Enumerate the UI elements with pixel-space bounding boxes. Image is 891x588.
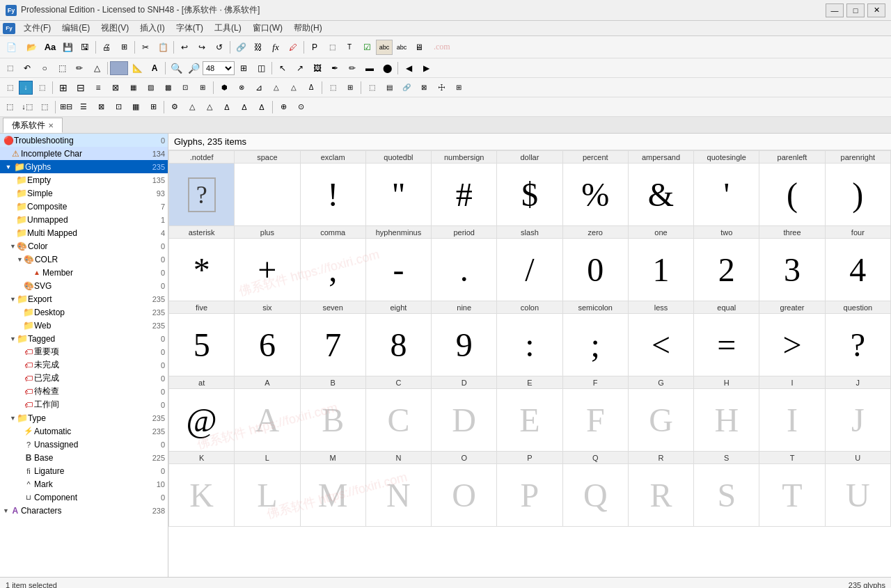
tb-r2-A[interactable]: A bbox=[146, 61, 163, 76]
tb-r3-b13[interactable]: ⊞ bbox=[342, 80, 358, 95]
tb-r3-b4[interactable]: ⊡ bbox=[177, 80, 194, 95]
glyph-cell-T[interactable]: T bbox=[759, 464, 825, 527]
menu-file[interactable]: 文件(F) bbox=[18, 21, 56, 35]
tb-r4-4[interactable]: ⊞⊟ bbox=[58, 100, 74, 115]
glyph-cell-space[interactable] bbox=[235, 164, 300, 226]
tb-r3-b19[interactable]: ⊞ bbox=[450, 80, 467, 95]
tb-abc[interactable]: abc bbox=[376, 40, 393, 55]
tb-r3-b5[interactable]: ⊞ bbox=[194, 80, 211, 95]
sidebar-item-composite[interactable]: 📁 Composite 7 bbox=[0, 200, 168, 213]
tb-fit[interactable]: ◫ bbox=[253, 61, 269, 76]
tb-prev[interactable]: ◀ bbox=[400, 61, 417, 76]
glyph-cell-hyphen[interactable]: - bbox=[365, 239, 431, 301]
tb-copy[interactable]: 📋 bbox=[155, 40, 171, 55]
tb-r4-7[interactable]: ⊡ bbox=[110, 100, 127, 115]
tb-r3-b3[interactable]: ▩ bbox=[159, 80, 176, 95]
tb-ellipse[interactable]: ⬤ bbox=[379, 61, 395, 76]
glyph-cell-four[interactable]: 4 bbox=[825, 239, 890, 301]
glyph-cell-asterisk[interactable]: * bbox=[169, 239, 235, 301]
sidebar-item-web[interactable]: 📁 Web 235 bbox=[0, 319, 168, 332]
glyph-cell-P[interactable]: P bbox=[497, 464, 562, 527]
tb-r3-b14[interactable]: ⬚ bbox=[363, 80, 380, 95]
tb-fitall[interactable]: ⊞ bbox=[235, 61, 252, 76]
sidebar-item-unmapped[interactable]: 📁 Unmapped 1 bbox=[0, 213, 168, 226]
tb-r4-2[interactable]: ↓⬚ bbox=[19, 100, 36, 115]
zoom-select[interactable]: 24 36 48 64 72 96 bbox=[203, 61, 235, 75]
tb-rect[interactable]: ▬ bbox=[361, 61, 378, 76]
glyph-grid[interactable]: .notdef space exclam quotedbl numbersign… bbox=[168, 150, 891, 577]
tb-new[interactable]: 📄 bbox=[1, 40, 21, 55]
tb-r4-10[interactable]: ⚙ bbox=[166, 100, 183, 115]
glyph-cell-equal[interactable]: = bbox=[694, 314, 759, 376]
glyph-cell-semicolon[interactable]: ; bbox=[562, 314, 628, 376]
tb-r3-b16[interactable]: 🔗 bbox=[398, 80, 415, 95]
tb-r4-11[interactable]: △ bbox=[184, 100, 200, 115]
sidebar-item-unassigned[interactable]: ? Unassigned 0 bbox=[0, 438, 168, 451]
menu-view[interactable]: 视图(V) bbox=[95, 21, 134, 35]
tb-r4-9[interactable]: ⊞ bbox=[145, 100, 161, 115]
glyph-cell-H[interactable]: H bbox=[694, 389, 759, 452]
tb-r3-b7[interactable]: ⊗ bbox=[233, 80, 250, 95]
tb-print[interactable]: 🖨 bbox=[98, 40, 115, 55]
glyph-cell-parenleft[interactable]: ( bbox=[759, 164, 825, 226]
tb-r3-b9[interactable]: △ bbox=[268, 80, 285, 95]
sidebar-item-simple[interactable]: 📁 Simple 93 bbox=[0, 186, 168, 200]
tb-r3-b17[interactable]: ⊠ bbox=[416, 80, 432, 95]
tb-r4-8[interactable]: ▦ bbox=[127, 100, 144, 115]
tb-pen2[interactable]: ✏ bbox=[344, 61, 361, 76]
tb-r2-4[interactable]: ⬚ bbox=[54, 61, 70, 76]
tb-save[interactable]: 💾 bbox=[59, 40, 76, 55]
sidebar-item-ligature[interactable]: fi Ligature 0 bbox=[0, 464, 168, 477]
tb-r3-b2[interactable]: ▨ bbox=[142, 80, 159, 95]
tb-r3-cols[interactable]: ⊠ bbox=[107, 80, 124, 95]
tb-r4-12[interactable]: △ bbox=[201, 100, 218, 115]
sidebar-item-tag2[interactable]: 🏷 未完成 0 bbox=[0, 358, 168, 372]
glyph-cell-notdef[interactable]: ? bbox=[169, 164, 235, 226]
sidebar-item-empty[interactable]: 📁 Empty 135 bbox=[0, 173, 168, 186]
tb-arrow[interactable]: ↗ bbox=[292, 61, 308, 76]
sidebar-item-incomplete[interactable]: ⚠ Incomplete Char 134 bbox=[0, 147, 168, 160]
glyph-cell-K[interactable]: K bbox=[169, 464, 235, 527]
sidebar-item-characters[interactable]: ▼ A Characters 238 bbox=[0, 504, 168, 517]
sidebar-item-base[interactable]: B Base 225 bbox=[0, 451, 168, 464]
tb-next[interactable]: ▶ bbox=[418, 61, 434, 76]
glyph-cell-F[interactable]: F bbox=[562, 389, 628, 452]
tb-r2-color[interactable] bbox=[110, 61, 128, 75]
maximize-button[interactable]: □ bbox=[846, 3, 865, 17]
tb-clear[interactable]: 🖊 bbox=[285, 40, 301, 55]
glyph-cell-parenright[interactable]: ) bbox=[825, 164, 890, 226]
tab-main[interactable]: 佛系软件 ✕ bbox=[3, 118, 63, 133]
tb-r4-13[interactable]: Δ bbox=[219, 100, 235, 115]
tb-fx[interactable]: fx bbox=[267, 40, 284, 55]
tb-pointer[interactable]: ↖ bbox=[274, 61, 291, 76]
tb-r3-b10[interactable]: △ bbox=[285, 80, 302, 95]
glyph-cell-less[interactable]: < bbox=[628, 314, 693, 376]
glyph-cell-seven[interactable]: 7 bbox=[300, 314, 365, 376]
glyph-cell-three[interactable]: 3 bbox=[759, 239, 825, 301]
tb-r3-grid[interactable]: ⊞ bbox=[55, 80, 72, 95]
glyph-cell-percent[interactable]: % bbox=[562, 164, 628, 226]
glyph-cell-one[interactable]: 1 bbox=[628, 239, 693, 301]
tb-r3-rows[interactable]: ≡ bbox=[90, 80, 107, 95]
sidebar-item-component[interactable]: ⊔ Component 0 bbox=[0, 491, 168, 504]
tb-r4-3[interactable]: ⬚ bbox=[36, 100, 53, 115]
tb-zoom-in[interactable]: 🔍 bbox=[168, 61, 184, 76]
tb-pen1[interactable]: ✒ bbox=[326, 61, 343, 76]
glyph-cell-U[interactable]: U bbox=[825, 464, 890, 527]
glyph-cell-question[interactable]: ? bbox=[825, 314, 890, 376]
tb-r3-b12[interactable]: ⬚ bbox=[324, 80, 341, 95]
sidebar-item-tag5[interactable]: 🏷 工作间 0 bbox=[0, 398, 168, 411]
tb-undo[interactable]: ↩ bbox=[176, 40, 193, 55]
tb-glyphs[interactable]: ⊞ bbox=[116, 40, 132, 55]
glyph-cell-R[interactable]: R bbox=[628, 464, 693, 527]
tb-r3-2[interactable]: ↓ bbox=[19, 81, 33, 95]
tb-r2-3[interactable]: ○ bbox=[36, 61, 53, 76]
glyph-cell-Q[interactable]: Q bbox=[562, 464, 628, 527]
tb-r4-6[interactable]: ⊠ bbox=[93, 100, 109, 115]
tb-p1[interactable]: P bbox=[306, 40, 323, 55]
tb-monitor[interactable]: 🖥 bbox=[411, 40, 427, 55]
tb-r4-1[interactable]: ⬚ bbox=[1, 100, 18, 115]
glyph-cell-O[interactable]: O bbox=[432, 464, 497, 527]
glyph-cell-zero[interactable]: 0 bbox=[562, 239, 628, 301]
tb-r4-15[interactable]: Δ bbox=[253, 100, 270, 115]
